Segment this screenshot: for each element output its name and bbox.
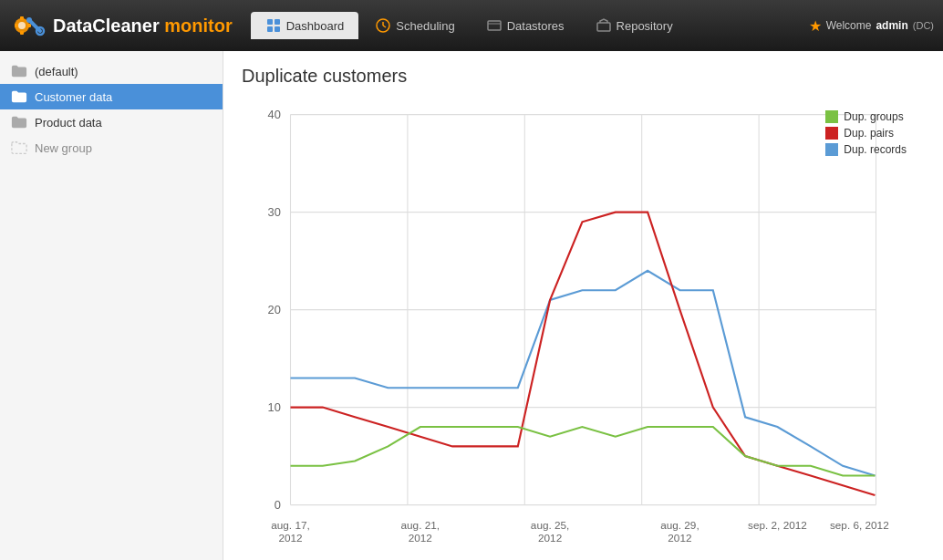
chart-legend: Dup. groups Dup. pairs Dup. records — [825, 110, 907, 156]
user-icon: ★ — [809, 17, 822, 35]
svg-text:2012: 2012 — [668, 532, 691, 544]
svg-point-1 — [18, 22, 26, 29]
logo-datacleaner: DataCleaner — [53, 16, 160, 36]
folder-icon-2 — [11, 115, 27, 130]
tab-datastores[interactable]: Datastores — [472, 12, 579, 39]
legend-label-groups: Dup. groups — [844, 110, 903, 123]
svg-text:aug. 21,: aug. 21, — [401, 519, 440, 531]
page-title: Duplicate customers — [242, 66, 925, 87]
legend-color-records — [825, 143, 838, 156]
svg-line-15 — [383, 26, 386, 27]
datastores-icon — [486, 17, 503, 34]
svg-rect-11 — [267, 26, 273, 32]
user-info: ★ Welcome admin (DC) — [809, 17, 934, 35]
svg-text:0: 0 — [275, 498, 281, 512]
tab-scheduling-label: Scheduling — [396, 19, 454, 33]
sidebar-item-default[interactable]: (default) — [0, 58, 223, 84]
legend-dup-pairs: Dup. pairs — [825, 127, 907, 140]
svg-point-8 — [26, 17, 32, 23]
legend-dup-records: Dup. records — [825, 143, 907, 156]
svg-text:10: 10 — [268, 400, 281, 414]
header: DataCleaner monitor Dashboard Scheduling… — [0, 0, 943, 51]
svg-text:20: 20 — [268, 303, 281, 316]
tab-datastores-label: Datastores — [507, 19, 565, 33]
tab-dashboard-label: Dashboard — [286, 19, 345, 33]
tab-repository-label: Repository — [617, 19, 673, 33]
content-area: Duplicate customers Dup. groups Dup. pai… — [223, 51, 943, 560]
logo-text: DataCleaner monitor — [53, 16, 233, 36]
tab-dashboard[interactable]: Dashboard — [251, 12, 359, 39]
svg-rect-5 — [27, 24, 31, 27]
logo-monitor: monitor — [164, 16, 232, 36]
user-name-label: admin — [876, 19, 907, 32]
svg-text:40: 40 — [268, 108, 281, 121]
main-layout: (default) Customer data Product data New… — [0, 51, 943, 560]
line-dup-records — [291, 271, 876, 476]
new-folder-icon — [11, 140, 27, 155]
sidebar: (default) Customer data Product data New… — [0, 51, 223, 560]
legend-label-pairs: Dup. pairs — [844, 127, 894, 140]
svg-rect-4 — [15, 24, 18, 27]
user-dc-label: (DC) — [913, 20, 934, 31]
svg-rect-3 — [20, 31, 24, 35]
svg-rect-2 — [20, 16, 24, 20]
new-group-item[interactable]: New group — [0, 135, 223, 161]
chart-svg: 0 10 20 30 40 aug. 17, 2012 aug. 21, 201… — [242, 101, 925, 557]
sidebar-customer-label: Customer data — [35, 90, 112, 104]
svg-rect-18 — [597, 23, 610, 31]
svg-rect-10 — [275, 19, 280, 25]
nav-tabs: Dashboard Scheduling Datastores Reposito… — [251, 12, 688, 39]
svg-text:2012: 2012 — [409, 532, 432, 544]
legend-dup-groups: Dup. groups — [825, 110, 907, 123]
svg-rect-16 — [488, 21, 501, 30]
svg-text:aug. 29,: aug. 29, — [660, 519, 699, 531]
legend-label-records: Dup. records — [844, 143, 907, 156]
svg-text:sep. 2, 2012: sep. 2, 2012 — [748, 519, 807, 531]
sidebar-item-product-data[interactable]: Product data — [0, 109, 223, 135]
folder-icon — [11, 64, 27, 78]
svg-text:aug. 25,: aug. 25, — [531, 519, 570, 531]
logo-area: DataCleaner monitor — [9, 7, 233, 44]
svg-text:sep. 6, 2012: sep. 6, 2012 — [830, 519, 889, 531]
svg-rect-12 — [275, 26, 280, 32]
legend-color-groups — [825, 110, 838, 123]
line-dup-pairs — [291, 213, 876, 495]
new-group-label: New group — [35, 141, 92, 155]
folder-open-icon — [11, 89, 27, 104]
sidebar-default-label: (default) — [35, 65, 78, 78]
sidebar-product-label: Product data — [35, 116, 102, 130]
tab-scheduling[interactable]: Scheduling — [360, 12, 469, 39]
svg-text:aug. 17,: aug. 17, — [271, 519, 310, 531]
logo-icon — [9, 7, 46, 44]
legend-color-pairs — [825, 127, 838, 140]
dashboard-icon — [265, 17, 282, 34]
scheduling-icon — [375, 17, 391, 34]
sidebar-item-customer-data[interactable]: Customer data — [0, 84, 223, 109]
user-welcome: Welcome — [826, 19, 872, 32]
svg-text:2012: 2012 — [278, 532, 302, 544]
svg-rect-9 — [267, 19, 273, 25]
chart-container: Dup. groups Dup. pairs Dup. records — [242, 101, 925, 557]
svg-text:2012: 2012 — [538, 532, 562, 544]
tab-repository[interactable]: Repository — [581, 12, 688, 39]
repository-icon — [596, 17, 612, 34]
svg-text:30: 30 — [268, 205, 281, 219]
